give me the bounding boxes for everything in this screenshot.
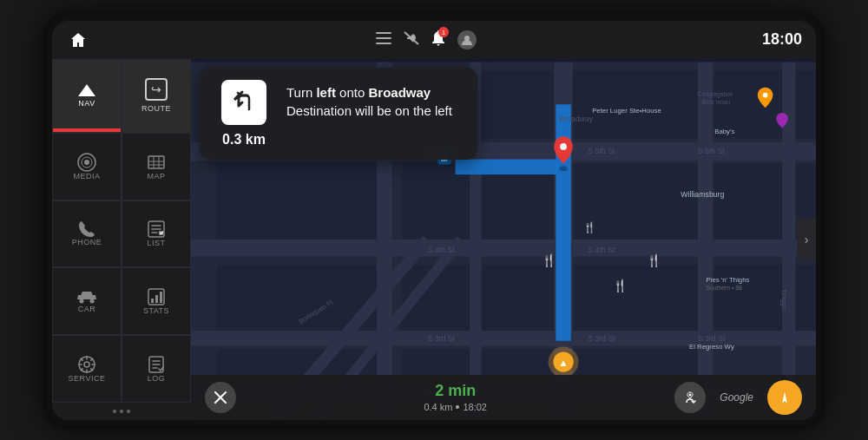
notification-badge: 1 [438, 27, 449, 37]
map-icon [147, 153, 166, 172]
svg-text:Congregation: Congregation [698, 90, 733, 97]
compass-button[interactable] [767, 380, 802, 415]
nav-label: NAV [78, 99, 95, 108]
svg-text:Pies 'n' Thighs: Pies 'n' Thighs [707, 275, 750, 283]
svg-line-3 [404, 32, 418, 44]
svg-rect-0 [376, 32, 391, 34]
log-icon [147, 355, 166, 374]
sidebar: NAV ↪ ROUTE [52, 59, 191, 420]
media-label: MEDIA [73, 172, 100, 181]
service-icon [77, 355, 96, 374]
route-distance: 0.4 km [424, 402, 452, 412]
svg-text:🍴: 🍴 [613, 279, 628, 293]
svg-text:🍴: 🍴 [647, 253, 661, 268]
stats-label: STATS [143, 306, 169, 315]
clock: 18:00 [762, 30, 802, 49]
svg-point-11 [80, 299, 84, 304]
device-frame: 1 18:00 NAV [43, 12, 825, 429]
svg-rect-32 [571, 265, 698, 332]
svg-rect-8 [148, 156, 164, 168]
svg-text:Peter Luger Ste•House: Peter Luger Ste•House [592, 107, 661, 115]
svg-text:El Regreso Wy: El Regreso Wy [689, 343, 734, 351]
svg-rect-38 [191, 240, 816, 256]
sidebar-item-route[interactable]: ↪ ROUTE [122, 59, 191, 134]
via-icon [683, 391, 697, 404]
turn-left-icon [230, 89, 258, 116]
map-label: MAP [147, 172, 165, 181]
svg-text:S 3rd St: S 3rd St [698, 333, 726, 342]
svg-point-78 [559, 166, 568, 171]
nav-distance: 0.3 km [222, 132, 266, 148]
svg-point-86 [689, 393, 692, 396]
svg-text:Southern • $$: Southern • $$ [707, 285, 743, 291]
svg-rect-24 [571, 70, 698, 138]
route-time: 2 min [435, 382, 476, 400]
nav-grid: NAV ↪ ROUTE [52, 59, 191, 403]
svg-rect-26 [216, 163, 385, 240]
svg-text:🍴: 🍴 [583, 221, 596, 233]
sidebar-item-list[interactable]: LIST [122, 200, 191, 268]
phone-label: PHONE [72, 238, 102, 246]
route-eta: 18:02 [463, 402, 487, 412]
separator-dot [456, 405, 459, 409]
nav-instruction-card: 0.3 km Turn left onto Broadway Destinati… [200, 68, 477, 160]
bottom-navigation-bar: 2 min 0.4 km 18:02 [191, 375, 816, 420]
svg-point-83 [763, 92, 768, 97]
mute-icon[interactable] [404, 31, 419, 48]
svg-rect-16 [160, 292, 162, 303]
svg-point-6 [84, 160, 89, 165]
map-background: S 5th St S 5th St S 5th St S 4th St S 4t… [191, 59, 816, 420]
avatar-icon[interactable] [457, 30, 477, 49]
sidebar-bottom [52, 403, 191, 420]
dots-menu[interactable] [113, 410, 130, 413]
cancel-route-button[interactable] [205, 382, 236, 413]
stats-icon [147, 287, 166, 306]
svg-text:Baby's: Baby's [714, 128, 734, 135]
svg-text:S 5th St: S 5th St [698, 146, 726, 154]
sidebar-item-car[interactable]: CAR [52, 267, 122, 335]
nav-up-arrow-icon [78, 84, 95, 96]
svg-point-12 [90, 299, 95, 304]
svg-rect-50 [456, 159, 557, 174]
chevron-right-icon: › [805, 233, 809, 246]
sidebar-item-stats[interactable]: STATS [122, 267, 191, 335]
svg-rect-43 [698, 62, 713, 417]
svg-text:S 3rd St: S 3rd St [588, 333, 615, 342]
svg-rect-15 [155, 295, 158, 303]
sidebar-item-map[interactable]: MAP [122, 133, 191, 200]
svg-text:🍴: 🍴 [542, 253, 556, 268]
sidebar-item-phone[interactable]: PHONE [52, 200, 122, 268]
menu-icon[interactable] [376, 32, 391, 47]
status-bar: 1 18:00 [52, 21, 816, 59]
sidebar-item-service[interactable]: SERVICE [52, 335, 122, 403]
media-icon [77, 153, 96, 172]
svg-point-18 [84, 362, 89, 367]
svg-text:Driggs: Driggs [780, 290, 788, 310]
sidebar-item-nav[interactable]: NAV [52, 59, 122, 134]
device-screen: 1 18:00 NAV [52, 21, 816, 420]
svg-text:Broadway: Broadway [559, 114, 594, 122]
svg-text:S 3rd St: S 3rd St [427, 333, 455, 342]
svg-rect-14 [151, 299, 154, 303]
bell-icon[interactable]: 1 [431, 30, 445, 49]
svg-text:S 4th St: S 4th St [588, 245, 615, 253]
nav-card-instruction: Turn left onto Broadway Destination will… [286, 80, 464, 120]
svg-point-79 [560, 143, 567, 150]
car-label: CAR [78, 305, 96, 313]
home-button[interactable] [66, 28, 90, 52]
list-label: LIST [147, 239, 165, 247]
nav-card-distance: 0.3 km [214, 80, 274, 148]
phone-icon [78, 220, 95, 238]
sidebar-item-media[interactable]: MEDIA [52, 133, 122, 200]
via-button[interactable] [674, 382, 706, 413]
service-label: SERVICE [69, 374, 106, 383]
google-logo: Google [720, 391, 753, 404]
svg-text:▲: ▲ [558, 356, 569, 367]
sidebar-item-log[interactable]: LOG [122, 335, 191, 403]
svg-text:Beth Israel: Beth Israel [702, 99, 731, 105]
nav-active-indicator [53, 128, 121, 132]
compass-icon [777, 390, 792, 405]
turn-icon-box [221, 80, 266, 125]
log-label: LOG [148, 374, 166, 383]
map-chevron-button[interactable]: › [797, 218, 816, 261]
